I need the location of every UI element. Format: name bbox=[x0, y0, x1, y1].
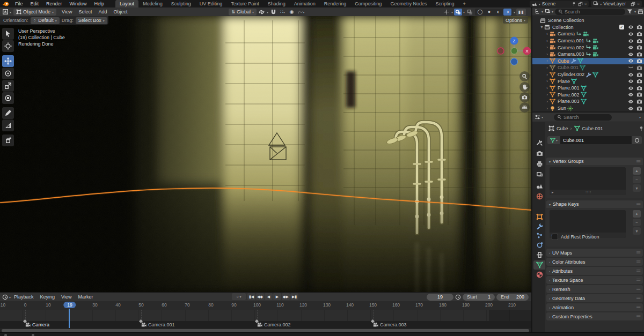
timeline-menu-item[interactable]: Playback bbox=[11, 294, 37, 300]
properties-search-input[interactable]: Search bbox=[554, 114, 612, 121]
pause-render-button[interactable]: ▮▮ bbox=[516, 9, 526, 16]
outliner-row[interactable]: Scene Collection bbox=[532, 17, 644, 24]
panel-grip-icon[interactable]: ≡≡ bbox=[636, 159, 640, 164]
viewport-tool-button[interactable] bbox=[2, 55, 14, 67]
pin-icon[interactable] bbox=[572, 2, 576, 6]
timeline-ruler[interactable]: -100103040506070809010011012013014015016… bbox=[0, 301, 531, 310]
hide-in-viewport-eye-icon[interactable] bbox=[628, 58, 634, 64]
panel-grip-icon[interactable]: ≡≡ bbox=[636, 259, 640, 264]
mode-dropdown[interactable]: Object Mode ▾ bbox=[13, 9, 56, 16]
timeline-marker[interactable]: Camera.001 bbox=[141, 321, 175, 328]
start-frame-field[interactable]: Start1 bbox=[463, 294, 495, 301]
outliner-row[interactable]: ▾ Collection ✓ bbox=[532, 24, 644, 31]
orientation-dropdown[interactable]: ⁘ Default ▾ bbox=[31, 17, 60, 24]
datablock-name-field[interactable]: Cube.001 bbox=[560, 136, 632, 144]
options-button[interactable]: Options ▾ bbox=[503, 17, 528, 24]
disable-in-renders-icon[interactable] bbox=[636, 106, 642, 111]
disclosure-icon[interactable]: › bbox=[545, 79, 550, 84]
tab-render[interactable] bbox=[533, 149, 545, 158]
viewport-tool-button[interactable] bbox=[2, 40, 14, 52]
display-mode-dropdown[interactable]: ▾ bbox=[545, 9, 553, 14]
hide-in-viewport-eye-icon[interactable] bbox=[628, 51, 634, 57]
disable-in-renders-icon[interactable] bbox=[636, 99, 642, 104]
outliner-row[interactable]: › Camera.002 bbox=[532, 44, 644, 51]
outliner-row[interactable]: › Plane.003 bbox=[532, 98, 644, 105]
hide-in-viewport-eye-icon[interactable] bbox=[628, 38, 634, 44]
panel-grip-icon[interactable]: ≡≡ bbox=[636, 268, 640, 273]
panel-grip-icon[interactable]: ≡≡ bbox=[636, 250, 640, 255]
hide-in-viewport-eye-icon[interactable] bbox=[628, 31, 634, 37]
panel-grip-icon[interactable]: ≡≡ bbox=[636, 287, 640, 292]
timeline-marker[interactable]: Camera.003 bbox=[373, 321, 407, 328]
tab-constraints[interactable] bbox=[533, 250, 545, 259]
hide-in-viewport-eye-icon[interactable] bbox=[628, 85, 634, 91]
disable-in-renders-icon[interactable] bbox=[636, 65, 642, 71]
disable-in-renders-icon[interactable] bbox=[636, 51, 642, 57]
disable-in-renders-icon[interactable] bbox=[636, 18, 642, 24]
disclosure-icon[interactable]: › bbox=[545, 99, 550, 104]
zoom-icon[interactable] bbox=[519, 71, 530, 81]
tab-output[interactable] bbox=[533, 160, 545, 169]
hide-in-viewport-eye-icon[interactable] bbox=[628, 99, 634, 104]
outliner-row[interactable]: › Camera.001 bbox=[532, 38, 644, 44]
outliner-row[interactable]: › Plane.001 bbox=[532, 85, 644, 92]
add-rest-position-checkbox[interactable] bbox=[552, 234, 558, 240]
remove-shape-key-button[interactable]: − bbox=[633, 219, 641, 226]
shading-mode-button[interactable]: ● bbox=[485, 9, 493, 16]
remove-viewlayer-icon[interactable]: × bbox=[637, 2, 640, 6]
blender-logo-icon[interactable] bbox=[2, 1, 9, 7]
workspace-tab[interactable]: Scripting bbox=[431, 0, 458, 8]
panel-grip-icon[interactable]: ≡≡ bbox=[636, 314, 640, 319]
shape-keys-panel-header[interactable]: ▾ Shape Keys ≡≡ bbox=[546, 200, 643, 208]
app-menu-item[interactable]: Render bbox=[42, 0, 66, 8]
vertex-groups-panel-header[interactable]: ▾ Vertex Groups ≡≡ bbox=[546, 158, 643, 165]
panel-grip-icon[interactable]: ≡≡ bbox=[636, 202, 640, 207]
snap-pivot-icon[interactable] bbox=[258, 9, 266, 16]
jump-to-end-button[interactable]: ▶▮ bbox=[290, 293, 298, 300]
snap-to-dropdown[interactable]: ∷▾ bbox=[279, 9, 287, 16]
next-keyframe-button[interactable]: ◆▶ bbox=[282, 293, 290, 300]
transform-orientation-dropdown[interactable]: ⇅Global ▾ bbox=[229, 9, 257, 16]
outliner-row[interactable]: › Plane.002 bbox=[532, 92, 644, 99]
collapsed-panel-header[interactable]: › Texture Space ≡≡ bbox=[546, 276, 643, 284]
viewport-tool-button[interactable] bbox=[2, 92, 14, 104]
viewport-tool-button[interactable] bbox=[2, 28, 14, 40]
end-frame-field[interactable]: End200 bbox=[496, 294, 529, 301]
panel-grip-icon[interactable]: ≡≡ bbox=[636, 278, 640, 282]
vertex-groups-list[interactable]: ▸∷∷ bbox=[550, 167, 626, 195]
auto-keying-button[interactable]: ○▾ bbox=[232, 293, 246, 300]
timeline-marker-strip[interactable]: Camera Camera.001 Camera.002 Camera.003 bbox=[0, 321, 531, 328]
camera-view-icon[interactable] bbox=[519, 92, 530, 102]
disclosure-icon[interactable]: › bbox=[545, 92, 550, 97]
breadcrumb-data[interactable]: Cube.001 bbox=[582, 126, 603, 131]
workspace-tab[interactable]: UV Editing bbox=[195, 0, 227, 8]
gizmo-y-axis[interactable] bbox=[511, 48, 517, 54]
toggle-xray-icon[interactable] bbox=[466, 9, 474, 16]
disclosure-icon[interactable]: › bbox=[545, 65, 550, 70]
pan-hand-icon[interactable] bbox=[519, 82, 530, 92]
disable-in-renders-icon[interactable] bbox=[636, 24, 642, 30]
viewport-tool-button[interactable] bbox=[2, 107, 14, 119]
new-scene-icon[interactable] bbox=[578, 2, 583, 6]
disclosure-icon[interactable]: › bbox=[545, 52, 550, 57]
add-workspace-button[interactable]: + bbox=[458, 0, 470, 8]
hide-in-viewport-eye-icon[interactable] bbox=[628, 106, 634, 111]
collapsed-panel-header[interactable]: › UV Maps ≡≡ bbox=[546, 249, 643, 257]
outliner-row[interactable]: › Camera.003 bbox=[532, 51, 644, 58]
viewport-tool-button[interactable] bbox=[2, 135, 14, 146]
outliner-row[interactable]: › Cube.001 bbox=[532, 64, 644, 71]
disable-in-renders-icon[interactable] bbox=[636, 85, 642, 91]
hide-in-viewport-eye-icon[interactable] bbox=[628, 65, 634, 71]
viewport-tool-button[interactable] bbox=[2, 80, 14, 92]
collapsed-panel-header[interactable]: › Custom Properties ≡≡ bbox=[546, 312, 643, 320]
hide-in-viewport-eye-icon[interactable] bbox=[628, 78, 634, 84]
timeline-track[interactable] bbox=[0, 310, 531, 321]
collapsed-panel-header[interactable]: › Animation ≡≡ bbox=[546, 303, 643, 311]
collapsed-panel-header[interactable]: › Geometry Data ≡≡ bbox=[546, 294, 643, 302]
outliner-row[interactable]: › Camera bbox=[532, 31, 644, 38]
collapsed-panel-header[interactable]: › Attributes ≡≡ bbox=[546, 267, 643, 275]
viewport-menu-item[interactable]: Select bbox=[75, 9, 95, 14]
workspace-tab[interactable]: Compositing bbox=[350, 0, 386, 8]
collapsed-panel-header[interactable]: › Remesh ≡≡ bbox=[546, 285, 643, 293]
workspace-tab[interactable]: Rendering bbox=[320, 0, 351, 8]
